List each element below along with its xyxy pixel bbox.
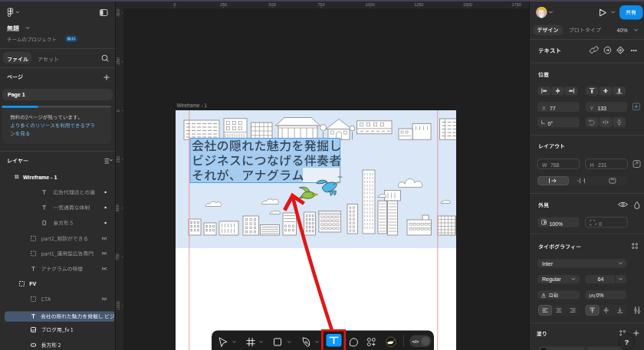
svg-text:FV: FV [29, 281, 36, 286]
svg-text:231: 231 [598, 162, 607, 168]
svg-text:H: H [590, 162, 594, 168]
svg-text:100%: 100% [550, 221, 563, 227]
svg-text:|A|: |A| [590, 293, 596, 298]
svg-text:500: 500 [269, 2, 276, 7]
svg-text:1750: 1750 [512, 2, 521, 7]
svg-text:</>: </> [412, 339, 419, 344]
svg-text:750: 750 [116, 254, 120, 260]
svg-text:250: 250 [116, 155, 120, 162]
svg-text:133: 133 [598, 106, 607, 111]
svg-text:750: 750 [317, 2, 324, 7]
svg-text:-500: -500 [116, 8, 120, 17]
svg-text:64: 64 [598, 276, 604, 282]
svg-text:1000: 1000 [116, 301, 120, 310]
svg-text:Inter: Inter [542, 261, 554, 267]
svg-text:?: ? [624, 338, 629, 346]
svg-text:Page 1: Page 1 [8, 92, 25, 98]
svg-text:0: 0 [599, 221, 602, 227]
svg-text:0: 0 [116, 110, 120, 112]
svg-text:0%: 0% [596, 293, 604, 298]
svg-text:A: A [542, 292, 546, 297]
svg-text:1500: 1500 [463, 2, 472, 7]
svg-text:-250: -250 [116, 57, 120, 66]
svg-text:500: 500 [116, 204, 120, 211]
svg-text:W: W [542, 162, 547, 168]
svg-text:Regular: Regular [542, 276, 561, 283]
svg-text:Wireframe - 1: Wireframe - 1 [177, 103, 208, 108]
svg-text:1250: 1250 [414, 2, 423, 7]
svg-text:0°: 0° [548, 121, 554, 126]
svg-text:768: 768 [550, 162, 560, 168]
svg-text:250: 250 [220, 2, 227, 7]
svg-text:X: X [542, 106, 546, 111]
svg-text:Wireframe - 1: Wireframe - 1 [23, 175, 57, 180]
svg-text:1000: 1000 [365, 2, 374, 7]
svg-text:77: 77 [550, 106, 556, 111]
svg-text:40%: 40% [617, 28, 628, 33]
svg-text:Y: Y [590, 106, 594, 111]
svg-text:0: 0 [173, 2, 176, 7]
